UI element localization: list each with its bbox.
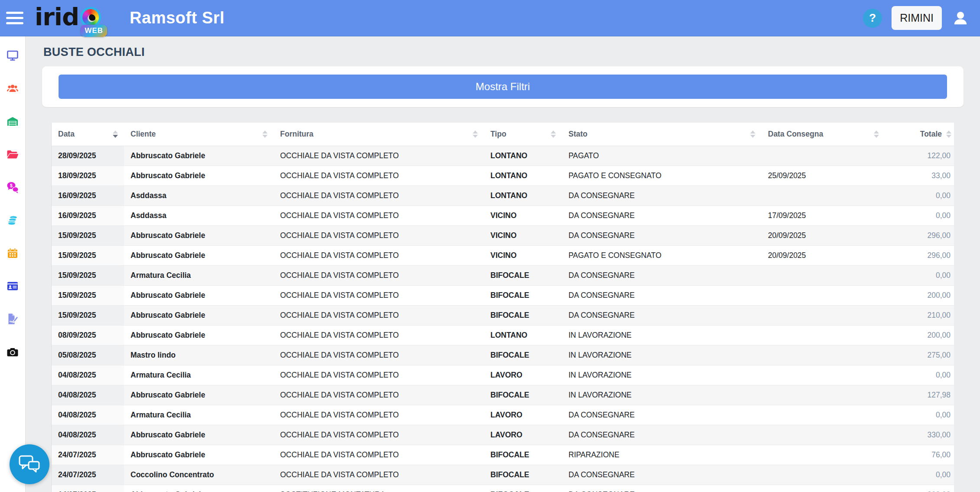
cell-stato: DA CONSEGNARE [562,206,761,225]
table-row[interactable]: 04/08/2025Armatura CeciliaOCCHIALE DA VI… [52,365,954,385]
cell-stato: DA CONSEGNARE [562,266,761,285]
table-row[interactable]: 15/09/2025Abbruscato GabrieleOCCHIALE DA… [52,286,954,306]
location-button[interactable]: RIMINI [892,6,942,30]
cell-fornitura: OCCHIALE DA VISTA COMPLETO [274,445,484,465]
sidebar-item-customers[interactable] [7,82,19,94]
cell-fornitura: OCCHIALE DA VISTA COMPLETO [274,266,484,285]
id-card-icon [7,280,19,292]
column-header-cliente[interactable]: Cliente [124,123,274,146]
menu-hamburger-icon[interactable] [6,12,25,24]
table-row[interactable]: 24/07/2025Coccolino ConcentratoOCCHIALE … [52,465,954,485]
cell-cliente: Abbruscato Gabriele [124,246,274,265]
cell-tipo: BIFOCALE [484,485,562,492]
monitor-icon [7,49,19,62]
table-row[interactable]: 04/08/2025Abbruscato GabrieleOCCHIALE DA… [52,385,954,405]
cell-consegna [761,345,885,365]
cell-cliente: Abbruscato Gabriele [124,146,274,166]
cell-stato: PAGATO [562,146,761,166]
cell-data: 28/09/2025 [52,146,124,166]
cell-tipo: BIFOCALE [484,385,562,405]
sort-arrows-icon [750,130,755,138]
column-header-fornitura[interactable]: Fornitura [274,123,484,146]
sidebar-item-camera[interactable] [7,346,19,358]
table-row[interactable]: 08/09/2025Abbruscato GabrieleOCCHIALE DA… [52,326,954,345]
column-header-data-consegna[interactable]: Data Consegna [761,123,885,146]
cell-consegna [761,266,885,285]
cell-data: 05/08/2025 [52,345,124,365]
table-row[interactable]: 24/07/2025Abbruscato GabrieleOCCHIALE DA… [52,445,954,465]
table-row[interactable]: 04/08/2025Abbruscato GabrieleOCCHIALE DA… [52,425,954,445]
cell-tipo: LONTANO [484,326,562,345]
cell-cliente: Armatura Cecilia [124,405,274,425]
cell-cliente: Abbruscato Gabriele [124,166,274,186]
sidebar-item-prescriptions[interactable] [7,313,19,325]
cell-tipo: BIFOCALE [484,445,562,465]
cell-totale: 210,00 [885,306,954,325]
table-row[interactable]: 15/09/2025Abbruscato GabrieleOCCHIALE DA… [52,306,954,326]
cell-fornitura: OCCHIALE DA VISTA COMPLETO [274,146,484,166]
chat-fab-button[interactable] [10,444,49,484]
cell-totale: 0,00 [885,365,954,385]
comments-dollar-icon: $ [7,181,19,193]
sidebar-item-id-card[interactable] [7,280,19,292]
cell-fornitura: OCCHIALE DA VISTA COMPLETO [274,226,484,245]
show-filters-button[interactable]: Mostra Filtri [59,75,947,99]
table-row[interactable]: 18/09/2025Abbruscato GabrieleOCCHIALE DA… [52,166,954,186]
sort-arrows-icon [874,130,879,138]
sidebar-item-warehouse[interactable] [7,115,19,127]
cell-fornitura: OCCHIALE DA VISTA COMPLETO [274,306,484,325]
table-row[interactable]: 15/09/2025Armatura CeciliaOCCHIALE DA VI… [52,266,954,286]
sidebar-item-sales-chat[interactable]: $ [7,181,19,193]
table-row[interactable]: 16/09/2025AsddassaOCCHIALE DA VISTA COMP… [52,206,954,226]
cell-data: 15/09/2025 [52,266,124,285]
cell-totale: 127,98 [885,385,954,405]
table-row[interactable]: 14/07/2025Abbruscato GabrieleSOSTITUZION… [52,485,954,492]
cell-cliente: Coccolino Concentrato [124,465,274,485]
cell-data: 14/07/2025 [52,485,124,492]
cell-totale: 275,00 [885,345,954,365]
column-header-data[interactable]: Data [52,123,124,146]
user-menu-button[interactable] [951,9,970,27]
table-row[interactable]: 05/08/2025Mastro lindoOCCHIALE DA VISTA … [52,345,954,365]
cell-data: 15/09/2025 [52,246,124,265]
cell-totale: 0,00 [885,266,954,285]
cell-data: 04/08/2025 [52,365,124,385]
table-row[interactable]: 15/09/2025Abbruscato GabrieleOCCHIALE DA… [52,226,954,246]
cell-cliente: Abbruscato Gabriele [124,286,274,305]
cell-consegna [761,306,885,325]
cell-data: 24/07/2025 [52,465,124,485]
user-icon [951,9,970,27]
sidebar-item-coins[interactable] [7,214,19,226]
table-row[interactable]: 04/08/2025Armatura CeciliaOCCHIALE DA VI… [52,405,954,425]
cell-fornitura: OCCHIALE DA VISTA COMPLETO [274,465,484,485]
sidebar-item-monitor[interactable] [7,49,19,62]
cell-tipo: BIFOCALE [484,306,562,325]
cell-consegna [761,286,885,305]
cell-data: 15/09/2025 [52,306,124,325]
camera-icon [7,346,19,358]
cell-fornitura: OCCHIALE DA VISTA COMPLETO [274,326,484,345]
column-header-tipo[interactable]: Tipo [484,123,562,146]
cell-tipo: LAVORO [484,365,562,385]
question-mark-icon: ? [869,11,876,25]
logo-text: irid [35,3,79,31]
cell-data: 16/09/2025 [52,186,124,205]
cell-stato: IN LAVORAZIONE [562,385,761,405]
cell-stato: DA CONSEGNARE [562,226,761,245]
cell-cliente: Armatura Cecilia [124,266,274,285]
sidebar-item-folders[interactable] [7,148,19,160]
cell-stato: PAGATO E CONSEGNATO [562,166,761,186]
cell-totale: 76,00 [885,445,954,465]
column-header-stato[interactable]: Stato [562,123,761,146]
sidebar-item-calendar[interactable] [7,247,19,259]
column-header-totale[interactable]: Totale [885,123,954,146]
sort-arrows-icon [473,130,478,138]
cell-cliente: Mastro lindo [124,345,274,365]
help-button[interactable]: ? [863,9,882,28]
table-row[interactable]: 28/09/2025Abbruscato GabrieleOCCHIALE DA… [52,146,954,166]
cell-cliente: Abbruscato Gabriele [124,485,274,492]
table-row[interactable]: 15/09/2025Abbruscato GabrieleOCCHIALE DA… [52,246,954,266]
cell-consegna [761,326,885,345]
company-title: Ramsoft Srl [130,9,225,27]
table-row[interactable]: 16/09/2025AsddassaOCCHIALE DA VISTA COMP… [52,186,954,206]
